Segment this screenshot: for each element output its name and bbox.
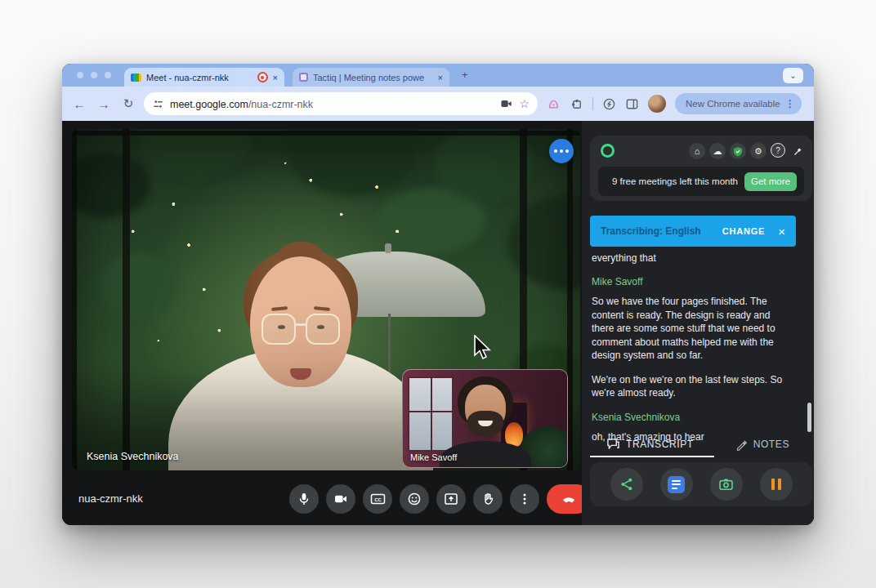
pip-video-tile[interactable]: Mike Savoff: [402, 369, 568, 468]
toolbar-divider: [592, 97, 593, 110]
pause-icon: [771, 479, 781, 490]
settings-gear-icon[interactable]: ⚙: [750, 143, 766, 159]
active-tab-underline: [590, 456, 714, 457]
home-icon[interactable]: ⌂: [689, 143, 705, 159]
present-button[interactable]: [436, 484, 466, 514]
tactiq-header: ⌂ ☁ ⚙ ? 9 free meetings left this month: [590, 136, 812, 201]
side-panel-icon[interactable]: [625, 97, 639, 111]
url-path: /nua-czmr-nkk: [248, 99, 313, 110]
tactiq-actions: [590, 462, 812, 506]
tab-notes[interactable]: NOTES: [735, 439, 789, 451]
tab-search-button[interactable]: ⌄: [783, 68, 803, 83]
screenshot-button[interactable]: [710, 468, 743, 501]
mic-button[interactable]: [289, 484, 319, 514]
more-vertical-icon: [517, 492, 532, 506]
window-controls[interactable]: [77, 72, 111, 78]
extensions-puzzle-icon[interactable]: [570, 97, 583, 111]
forward-button[interactable]: →: [92, 97, 116, 111]
tactiq-panel: ⌂ ☁ ⚙ ? 9 free meetings left this month: [582, 121, 814, 525]
notes-tab-label: NOTES: [753, 439, 789, 450]
reload-button[interactable]: ↻: [116, 96, 141, 111]
svg-text:CC: CC: [374, 497, 382, 502]
close-tab-icon[interactable]: ×: [438, 73, 443, 82]
pause-transcription-button[interactable]: [760, 468, 793, 501]
mouse-cursor: [474, 335, 492, 361]
scrollbar-thumb[interactable]: [807, 403, 811, 432]
tab-title: Meet - nua-czmr-nkk: [146, 73, 253, 82]
extension-circle-icon[interactable]: [602, 97, 616, 111]
tab-strip: Meet - nua-czmr-nkk × Tactiq | Meeting n…: [62, 64, 814, 87]
tactiq-favicon-icon: [299, 73, 308, 82]
get-more-button[interactable]: Get more: [744, 172, 797, 191]
chrome-update-label: New Chrome available: [686, 99, 780, 109]
new-tab-button[interactable]: +: [462, 69, 468, 81]
camera-button[interactable]: [326, 484, 355, 514]
quota-text: 9 free meetings left this month: [606, 176, 744, 188]
mic-icon: [297, 492, 311, 506]
transcribing-label: Transcribing: English: [601, 225, 716, 237]
main-video-tile[interactable]: Mike Savoff Ksenia Svechnikova: [72, 129, 580, 470]
close-tab-icon[interactable]: ×: [273, 73, 278, 82]
tab-meet[interactable]: Meet - nua-czmr-nkk ×: [124, 68, 284, 87]
address-bar[interactable]: meet.google.com/nua-czmr-nkk ☆: [144, 92, 538, 115]
participant-name-label: Ksenia Svechnikova: [87, 451, 179, 462]
screenshot-camera-icon: [718, 477, 734, 492]
captions-button[interactable]: CC: [363, 484, 392, 514]
google-docs-icon: [668, 476, 685, 493]
recording-indicator-icon: [257, 72, 268, 82]
transcribing-banner: Transcribing: English CHANGE ×: [590, 216, 796, 247]
url-host: meet.google.com: [170, 99, 248, 110]
smiley-icon: [407, 492, 422, 506]
transcript-tab-label: TRANSCRIPT: [626, 439, 694, 450]
transcript-text: everything that: [592, 252, 791, 265]
close-banner-icon[interactable]: ×: [778, 225, 785, 238]
shield-icon[interactable]: [730, 143, 746, 159]
close-window-icon[interactable]: [77, 72, 83, 78]
tune-icon[interactable]: [152, 98, 164, 110]
meet-controls: CC: [289, 484, 591, 514]
maximize-window-icon[interactable]: [105, 72, 111, 78]
help-icon[interactable]: ?: [771, 143, 785, 158]
reactions-button[interactable]: [400, 484, 429, 514]
transcript-text: We're on the we're on the last few steps…: [592, 373, 791, 400]
minimize-window-icon[interactable]: [91, 72, 97, 78]
chat-icon: [606, 438, 620, 451]
browser-menu-icon[interactable]: ⋮: [785, 98, 795, 109]
meeting-code: nua-czmr-nkk: [78, 492, 143, 505]
chevron-down-icon: ⌄: [789, 71, 796, 80]
browser-window: Meet - nua-czmr-nkk × Tactiq | Meeting n…: [62, 64, 814, 525]
change-language-button[interactable]: CHANGE: [722, 226, 765, 236]
transcript-text: So we have the four pages finished. The …: [592, 295, 791, 363]
quota-card: 9 free meetings left this month Get more: [598, 167, 804, 196]
export-docs-button[interactable]: [660, 468, 693, 501]
meet-favicon-icon: [131, 74, 141, 82]
more-options-button[interactable]: [510, 484, 539, 514]
desktop: Meet - nua-czmr-nkk × Tactiq | Meeting n…: [0, 0, 876, 588]
tab-transcript[interactable]: TRANSCRIPT: [606, 438, 694, 451]
bookmark-star-icon[interactable]: ☆: [519, 97, 530, 110]
camera-icon: [333, 492, 348, 506]
captions-icon: CC: [370, 492, 386, 506]
present-icon: [444, 492, 458, 506]
tactiq-tabs: TRANSCRIPT NOTES: [590, 433, 806, 456]
tactiq-extension-icon[interactable]: [547, 97, 561, 111]
share-button[interactable]: [610, 468, 643, 501]
participant-name-label: Mike Savoff: [410, 452, 457, 462]
tab-title: Tactiq | Meeting notes powe: [313, 73, 433, 82]
back-button[interactable]: ←: [67, 97, 92, 111]
profile-avatar[interactable]: [648, 95, 666, 113]
hand-icon: [480, 492, 495, 506]
transcript-speaker: Ksenia Svechnikova: [592, 412, 791, 423]
chrome-update-button[interactable]: New Chrome available ⋮: [675, 93, 802, 114]
tab-tactiq[interactable]: Tactiq | Meeting notes powe ×: [293, 68, 449, 87]
cloud-upload-icon[interactable]: ☁: [709, 143, 726, 159]
meet-page: Mike Savoff Ksenia Svechnikova nua-czmr-…: [62, 121, 814, 525]
pencil-icon: [735, 439, 748, 451]
transcript-feed[interactable]: everything that Mike Savoff So we have t…: [592, 252, 791, 443]
browser-toolbar: ← → ↻ meet.google.com/nua-czmr-nkk ☆: [62, 87, 814, 121]
camera-access-icon[interactable]: [500, 98, 513, 109]
chat-bubble-button[interactable]: [549, 139, 574, 163]
raise-hand-button[interactable]: [473, 484, 503, 514]
end-call-icon: [561, 492, 577, 506]
picker-pin-icon[interactable]: [789, 143, 806, 159]
